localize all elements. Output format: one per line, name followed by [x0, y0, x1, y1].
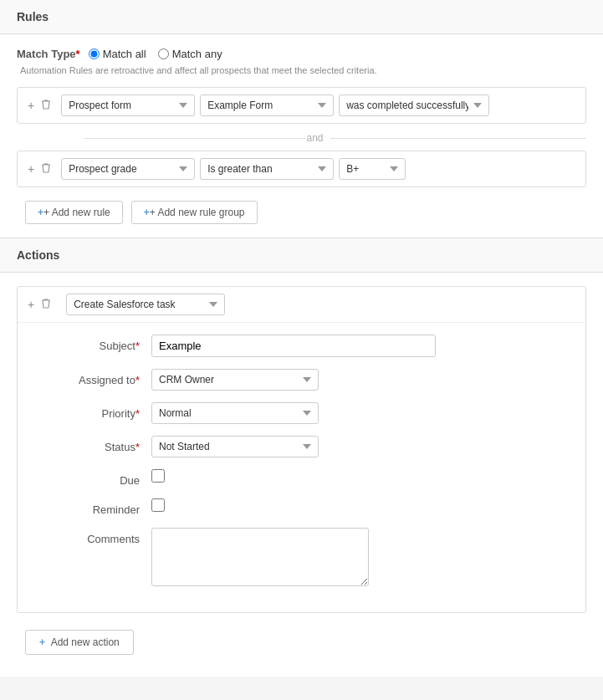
add-rule-buttons: ++ Add new rule ++ Add new rule group	[25, 201, 586, 224]
due-checkbox[interactable]	[151, 469, 165, 483]
priority-control: Normal High Low	[151, 402, 569, 424]
rules-title: Rules	[17, 10, 49, 23]
assigned-to-row: Assigned to* CRM Owner Account Owner Spe…	[43, 369, 569, 391]
match-all-option[interactable]: Match all	[89, 48, 146, 60]
rule-1-icons: +	[26, 99, 53, 113]
due-label: Due	[43, 469, 151, 487]
match-any-radio[interactable]	[158, 49, 169, 59]
add-action-plus-icon: +	[39, 636, 45, 648]
actions-section-header: Actions	[0, 238, 603, 273]
rule-1-row: + Prospect form Prospect grade Prospect …	[17, 87, 586, 124]
and-separator: and	[50, 132, 586, 144]
automation-note: Automation Rules are retroactive and aff…	[20, 65, 586, 75]
match-type-row: Match Type* Match all Match any	[17, 48, 586, 60]
add-rule-group-plus-icon: +	[144, 207, 150, 218]
action-add-icon[interactable]: +	[26, 298, 36, 311]
action-header-row: + Create Salesforce task Add to list Rem…	[18, 287, 585, 323]
match-all-radio[interactable]	[89, 49, 100, 59]
subject-row: Subject*	[43, 335, 569, 357]
rule-2-row: + Prospect grade Prospect form Prospect …	[17, 151, 586, 187]
match-type-label: Match Type*	[17, 48, 80, 60]
rule-1-delete-icon[interactable]	[39, 99, 53, 113]
priority-label: Priority*	[43, 402, 151, 420]
page-container: Rules Match Type* Match all Match any	[0, 0, 603, 700]
match-any-option[interactable]: Match any	[158, 48, 222, 60]
rule-2-field-select[interactable]: Prospect grade Prospect form Prospect sc…	[61, 158, 195, 180]
action-type-select[interactable]: Create Salesforce task Add to list Remov…	[66, 294, 225, 315]
action-block: + Create Salesforce task Add to list Rem…	[17, 286, 586, 613]
actions-title: Actions	[17, 248, 59, 262]
reminder-checkbox[interactable]	[151, 498, 165, 512]
priority-select[interactable]: Normal High Low	[151, 402, 319, 424]
actions-section-content: + Create Salesforce task Add to list Rem…	[0, 273, 603, 677]
rule-2-selects: Prospect grade Prospect form Prospect sc…	[61, 158, 577, 180]
priority-row: Priority* Normal High Low	[43, 402, 569, 424]
rule-2-value-select[interactable]: B+ A A+ B	[339, 158, 406, 180]
subject-label: Subject*	[43, 335, 151, 352]
reminder-label: Reminder	[43, 498, 151, 516]
rules-section: Rules Match Type* Match all Match any	[0, 0, 603, 238]
status-row: Status* Not Started In Progress Complete…	[43, 436, 569, 457]
due-control	[151, 469, 569, 485]
rule-1-condition-select[interactable]: was completed successfully was not compl…	[339, 95, 489, 116]
actions-section: Actions + Create Salesforce task	[0, 238, 603, 677]
comments-control	[151, 528, 569, 589]
rule-1-value-select[interactable]: Example Form Contact Form	[200, 95, 334, 116]
action-form: Subject* Assigned to* CRM Ow	[18, 323, 585, 612]
rules-section-content: Match Type* Match all Match any Automati…	[0, 34, 603, 238]
rule-2-icons: +	[26, 162, 53, 176]
add-rule-plus-icon: +	[38, 207, 43, 218]
reminder-control	[151, 498, 569, 514]
match-any-label: Match any	[172, 48, 222, 60]
assigned-to-select[interactable]: CRM Owner Account Owner Specific User	[151, 369, 319, 391]
comments-row: Comments	[43, 528, 569, 589]
and-text: and	[306, 132, 330, 144]
status-control: Not Started In Progress Completed	[151, 436, 569, 457]
assigned-to-control: CRM Owner Account Owner Specific User	[151, 369, 569, 391]
comments-label: Comments	[43, 528, 151, 545]
action-icons: +	[26, 298, 53, 312]
subject-control	[151, 335, 569, 357]
radio-group: Match all Match any	[89, 48, 222, 60]
rule-2-delete-icon[interactable]	[39, 162, 53, 176]
due-row: Due	[43, 469, 569, 487]
subject-input[interactable]	[151, 335, 436, 357]
rule-1-field-select[interactable]: Prospect form Prospect grade Prospect sc…	[61, 95, 195, 116]
rule-1-selects: Prospect form Prospect grade Prospect sc…	[61, 95, 577, 116]
status-label: Status*	[43, 436, 151, 453]
add-new-rule-group-button[interactable]: ++ Add new rule group	[131, 201, 258, 224]
rule-1-add-icon[interactable]: +	[26, 99, 36, 112]
assigned-to-label: Assigned to*	[43, 369, 151, 386]
rule-2-condition-select[interactable]: Is greater than Is less than Is equal to	[200, 158, 334, 180]
rule-2-add-icon[interactable]: +	[26, 162, 36, 176]
reminder-row: Reminder	[43, 498, 569, 516]
add-new-rule-button[interactable]: ++ Add new rule	[25, 201, 123, 224]
add-new-action-button[interactable]: + Add new action	[25, 630, 134, 655]
rules-section-header: Rules	[0, 0, 603, 34]
action-delete-icon[interactable]	[39, 298, 53, 312]
status-select[interactable]: Not Started In Progress Completed	[151, 436, 319, 457]
comments-textarea[interactable]	[151, 528, 369, 586]
match-all-label: Match all	[103, 48, 146, 60]
